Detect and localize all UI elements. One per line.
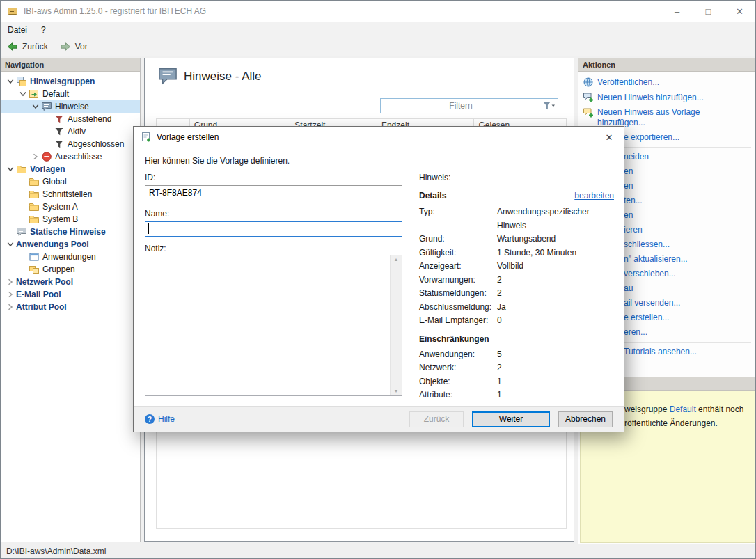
tree-item-default[interactable]: Default <box>1 88 140 100</box>
scroll-up-icon[interactable]: ▲ <box>394 257 399 262</box>
maximize-button[interactable]: □ <box>693 1 724 22</box>
restrictions-header: Einschränkungen <box>419 334 614 344</box>
tree-item-ausstehend[interactable]: Ausstehend <box>1 113 140 125</box>
cancel-button[interactable]: Abbrechen <box>558 411 613 427</box>
action-label: en <box>624 166 633 177</box>
filter-input[interactable] <box>381 99 541 113</box>
detail-row: Typ:Anwendungsspezifischer Hinweis <box>419 205 614 233</box>
filter-active-icon <box>54 126 65 137</box>
action-neuen-hinweis-hinzuf-gen[interactable]: Neuen Hinweis hinzufügen... <box>578 90 756 105</box>
hinweis-details-section: Hinweis: Details bearbeiten Typ:Anwendun… <box>419 173 614 402</box>
tree-item-netzwerk-pool[interactable]: Netzwerk Pool <box>1 276 140 288</box>
exclude-icon <box>41 151 52 162</box>
template-add-icon <box>583 107 594 118</box>
back-button[interactable]: Zurück <box>1 38 54 56</box>
tree-item-label: Ausstehend <box>68 114 114 124</box>
action-label: Tutorials ansehen... <box>624 347 697 357</box>
detail-label: Typ: <box>419 205 497 233</box>
tree-item-hinweisgruppen[interactable]: Hinweisgruppen <box>1 75 140 88</box>
detail-label: Anzeigeart: <box>419 260 497 274</box>
menu-help[interactable]: ? <box>34 22 53 38</box>
chevron-right-icon[interactable] <box>5 278 16 285</box>
tree-item-anwendungs-pool[interactable]: Anwendungs Pool <box>1 238 140 251</box>
tree-item-e-mail-pool[interactable]: E-Mail Pool <box>1 288 140 301</box>
details-header-line: Details bearbeiten <box>419 191 614 200</box>
restrictions-rows: Anwendungen:5Netzwerk:2Objekte:1Attribut… <box>419 348 614 402</box>
app-window: { "window": { "title": "IBI-aws Admin 1.… <box>0 0 756 559</box>
data-file-path: D:\IBI-aws\Admin\Data.xml <box>6 546 106 556</box>
detail-row: Grund:Wartungsabend <box>419 233 614 246</box>
forward-button[interactable]: Vor <box>54 38 93 56</box>
folder-icon <box>29 176 40 187</box>
action-label: neiden <box>624 152 649 162</box>
tree-item-system-b[interactable]: System B <box>1 213 140 226</box>
menu-datei[interactable]: Datei <box>1 22 34 38</box>
chevron-right-icon[interactable] <box>30 153 41 160</box>
chevron-right-icon[interactable] <box>5 291 16 298</box>
detail-label: Abschlussmeldung: <box>419 301 497 315</box>
action-label: e exportieren... <box>624 132 679 143</box>
notice-default-link[interactable]: Default <box>670 404 696 414</box>
dialog-buttons: Zurück Weiter Abbrechen <box>409 411 613 427</box>
tree-item-attribut-pool[interactable]: Attribut Pool <box>1 301 140 313</box>
tree-item-vorlagen[interactable]: Vorlagen <box>1 163 140 175</box>
detail-value: 2 <box>497 287 614 301</box>
scroll-down-icon[interactable]: ▼ <box>394 388 399 394</box>
add-hinweis-icon <box>583 92 594 103</box>
action-ver-ffentlichen[interactable]: Veröffentlichen... <box>578 74 756 90</box>
publish-icon <box>583 77 594 88</box>
chevron-down-icon[interactable] <box>30 104 41 109</box>
detail-label: Anwendungen: <box>419 348 497 362</box>
notiz-scrollbar[interactable]: ▲ ▼ <box>390 255 402 395</box>
folder-icon <box>29 189 40 200</box>
filter-done-icon <box>54 139 65 150</box>
action-label: en <box>624 181 633 191</box>
window-title: IBI-aws Admin 1.25.0 - registriert für I… <box>24 6 206 16</box>
detail-row: Anzeigeart:Vollbild <box>419 260 614 274</box>
details-header: Details <box>419 191 446 200</box>
action-label: Neuen Hinweis aus Vorlage hinzufügen... <box>597 107 716 128</box>
dialog-close-icon[interactable]: ✕ <box>594 127 624 148</box>
dialog-vorlage-erstellen: Vorlage erstellen ✕ Hier können Sie die … <box>133 126 624 432</box>
tree-item-statische-hinweise[interactable]: Statische Hinweise <box>1 226 140 238</box>
hinweisgruppe-icon <box>29 88 40 100</box>
detail-label: Statusmeldungen: <box>419 287 497 301</box>
tool-bar: Zurück Vor <box>1 38 755 56</box>
chevron-down-icon[interactable] <box>5 166 16 172</box>
chevron-down-icon[interactable] <box>17 91 29 97</box>
tree-item-label: Netzwerk Pool <box>16 277 76 287</box>
chevron-down-icon[interactable] <box>5 242 16 247</box>
tree-item-system-a[interactable]: System A <box>1 200 140 213</box>
close-button[interactable]: ✕ <box>724 1 755 22</box>
back-arrow-icon <box>6 41 19 52</box>
minimize-button[interactable]: – <box>661 1 693 22</box>
tree-item-aktiv[interactable]: Aktiv <box>1 125 140 138</box>
tree-item-global[interactable]: Global <box>1 175 140 188</box>
tree-item-ausschl-sse[interactable]: Ausschlüsse <box>1 150 140 163</box>
filter-funnel-icon[interactable] <box>541 101 558 111</box>
notiz-field[interactable]: ▲ ▼ <box>145 255 402 396</box>
chevron-down-icon[interactable] <box>5 79 16 84</box>
detail-value: Vollbild <box>497 260 614 274</box>
tree-item-schnittstellen[interactable]: Schnittstellen <box>1 188 140 200</box>
action-label: verschieben... <box>624 269 676 279</box>
detail-row: Abschlussmeldung:Ja <box>419 301 614 315</box>
help-button[interactable]: ? Hilfe <box>145 414 175 424</box>
detail-value: Anwendungsspezifischer Hinweis <box>497 205 614 233</box>
tree-item-abgeschlossen[interactable]: Abgeschlossen <box>1 138 140 150</box>
tree-item-gruppen[interactable]: Gruppen <box>1 263 140 276</box>
back-label: Zurück <box>22 42 48 52</box>
folder-icon <box>16 164 27 175</box>
id-label: ID: <box>145 173 155 182</box>
detail-value: 1 Stunde, 30 Minuten <box>497 246 614 260</box>
name-field[interactable] <box>145 221 402 237</box>
tree-item-anwendungen[interactable]: Anwendungen <box>1 251 140 263</box>
chevron-right-icon[interactable] <box>5 304 16 310</box>
next-button[interactable]: Weiter <box>472 411 550 427</box>
action-label: Veröffentlichen... <box>597 77 659 88</box>
bearbeiten-link[interactable]: bearbeiten <box>574 191 614 200</box>
id-field[interactable] <box>145 185 402 200</box>
tree-item-hinweise[interactable]: Hinweise <box>1 100 140 113</box>
text-caret <box>148 223 149 234</box>
dialog-intro-text: Hier können Sie die Vorlage definieren. <box>145 156 290 166</box>
